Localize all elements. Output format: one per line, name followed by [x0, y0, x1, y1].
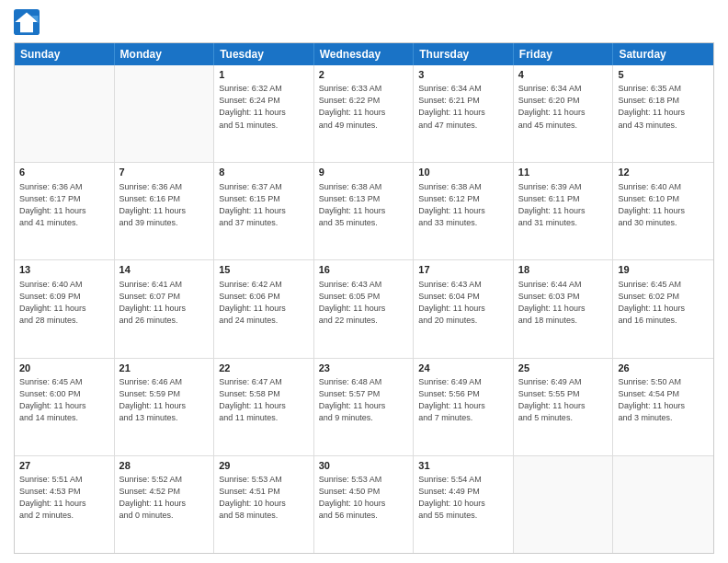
day-detail: Sunrise: 6:46 AM Sunset: 5:59 PM Dayligh… — [119, 376, 210, 424]
day-cell-6: 6Sunrise: 6:36 AM Sunset: 6:17 PM Daylig… — [15, 163, 115, 259]
day-detail: Sunrise: 6:49 AM Sunset: 5:55 PM Dayligh… — [518, 376, 609, 424]
day-number: 28 — [119, 459, 210, 473]
day-number: 14 — [119, 263, 210, 277]
day-detail: Sunrise: 6:49 AM Sunset: 5:56 PM Dayligh… — [418, 376, 508, 424]
day-cell-27: 27Sunrise: 5:51 AM Sunset: 4:53 PM Dayli… — [15, 456, 115, 553]
day-cell-21: 21Sunrise: 6:46 AM Sunset: 5:59 PM Dayli… — [115, 359, 215, 455]
empty-cell — [15, 65, 115, 162]
day-detail: Sunrise: 5:53 AM Sunset: 4:51 PM Dayligh… — [219, 474, 309, 522]
header-day-monday: Monday — [115, 43, 215, 65]
day-number: 2 — [319, 68, 409, 82]
day-number: 11 — [518, 166, 609, 179]
day-number: 22 — [219, 362, 309, 375]
day-number: 31 — [418, 459, 508, 473]
day-number: 18 — [518, 263, 609, 277]
day-number: 12 — [618, 166, 709, 179]
day-number: 5 — [618, 68, 709, 82]
day-number: 20 — [19, 362, 109, 375]
calendar-body: 1Sunrise: 6:32 AM Sunset: 6:24 PM Daylig… — [15, 65, 713, 553]
day-number: 24 — [418, 362, 508, 375]
day-detail: Sunrise: 6:34 AM Sunset: 6:20 PM Dayligh… — [518, 83, 609, 131]
empty-cell — [514, 456, 614, 553]
day-cell-2: 2Sunrise: 6:33 AM Sunset: 6:22 PM Daylig… — [314, 65, 415, 162]
day-cell-11: 11Sunrise: 6:39 AM Sunset: 6:11 PM Dayli… — [514, 163, 614, 259]
day-detail: Sunrise: 6:40 AM Sunset: 6:10 PM Dayligh… — [618, 181, 709, 229]
day-cell-13: 13Sunrise: 6:40 AM Sunset: 6:09 PM Dayli… — [15, 260, 115, 357]
day-cell-9: 9Sunrise: 6:38 AM Sunset: 6:13 PM Daylig… — [314, 163, 415, 259]
day-number: 21 — [119, 362, 210, 375]
day-detail: Sunrise: 5:51 AM Sunset: 4:53 PM Dayligh… — [19, 474, 109, 522]
calendar-row-2: 6Sunrise: 6:36 AM Sunset: 6:17 PM Daylig… — [15, 163, 713, 260]
day-number: 15 — [219, 263, 309, 277]
day-detail: Sunrise: 6:36 AM Sunset: 6:16 PM Dayligh… — [119, 181, 210, 229]
day-cell-24: 24Sunrise: 6:49 AM Sunset: 5:56 PM Dayli… — [414, 359, 514, 455]
day-cell-23: 23Sunrise: 6:48 AM Sunset: 5:57 PM Dayli… — [314, 359, 415, 455]
day-cell-18: 18Sunrise: 6:44 AM Sunset: 6:03 PM Dayli… — [514, 260, 614, 357]
day-number: 13 — [19, 263, 109, 277]
day-detail: Sunrise: 6:34 AM Sunset: 6:21 PM Dayligh… — [418, 83, 508, 131]
day-cell-14: 14Sunrise: 6:41 AM Sunset: 6:07 PM Dayli… — [115, 260, 215, 357]
day-detail: Sunrise: 6:32 AM Sunset: 6:24 PM Dayligh… — [219, 83, 309, 131]
day-detail: Sunrise: 6:45 AM Sunset: 6:00 PM Dayligh… — [19, 376, 109, 424]
empty-cell — [613, 456, 713, 553]
day-detail: Sunrise: 5:53 AM Sunset: 4:50 PM Dayligh… — [319, 474, 409, 522]
day-number: 17 — [418, 263, 508, 277]
day-detail: Sunrise: 6:39 AM Sunset: 6:11 PM Dayligh… — [518, 181, 609, 229]
calendar-grid: SundayMondayTuesdayWednesdayThursdayFrid… — [14, 42, 714, 554]
day-number: 7 — [119, 166, 210, 179]
day-cell-28: 28Sunrise: 5:52 AM Sunset: 4:52 PM Dayli… — [115, 456, 215, 553]
day-cell-12: 12Sunrise: 6:40 AM Sunset: 6:10 PM Dayli… — [613, 163, 713, 259]
day-cell-7: 7Sunrise: 6:36 AM Sunset: 6:16 PM Daylig… — [115, 163, 215, 259]
page-header — [14, 9, 714, 35]
logo — [14, 9, 43, 35]
header-day-friday: Friday — [514, 43, 614, 65]
header-day-wednesday: Wednesday — [314, 43, 415, 65]
calendar-row-1: 1Sunrise: 6:32 AM Sunset: 6:24 PM Daylig… — [15, 65, 713, 163]
day-detail: Sunrise: 6:38 AM Sunset: 6:12 PM Dayligh… — [418, 181, 508, 229]
header-day-tuesday: Tuesday — [214, 43, 314, 65]
day-number: 16 — [319, 263, 409, 277]
calendar-row-3: 13Sunrise: 6:40 AM Sunset: 6:09 PM Dayli… — [15, 260, 713, 358]
day-number: 25 — [518, 362, 609, 375]
day-cell-19: 19Sunrise: 6:45 AM Sunset: 6:02 PM Dayli… — [613, 260, 713, 357]
day-cell-22: 22Sunrise: 6:47 AM Sunset: 5:58 PM Dayli… — [214, 359, 314, 455]
day-detail: Sunrise: 6:45 AM Sunset: 6:02 PM Dayligh… — [618, 279, 709, 327]
day-detail: Sunrise: 6:47 AM Sunset: 5:58 PM Dayligh… — [219, 376, 309, 424]
day-number: 8 — [219, 166, 309, 179]
day-cell-16: 16Sunrise: 6:43 AM Sunset: 6:05 PM Dayli… — [314, 260, 415, 357]
day-number: 29 — [219, 459, 309, 473]
day-detail: Sunrise: 6:43 AM Sunset: 6:05 PM Dayligh… — [319, 279, 409, 327]
day-number: 27 — [19, 459, 109, 473]
day-cell-4: 4Sunrise: 6:34 AM Sunset: 6:20 PM Daylig… — [514, 65, 614, 162]
day-cell-3: 3Sunrise: 6:34 AM Sunset: 6:21 PM Daylig… — [414, 65, 514, 162]
day-detail: Sunrise: 6:36 AM Sunset: 6:17 PM Dayligh… — [19, 181, 109, 229]
day-detail: Sunrise: 6:41 AM Sunset: 6:07 PM Dayligh… — [119, 279, 210, 327]
day-number: 30 — [319, 459, 409, 473]
day-cell-8: 8Sunrise: 6:37 AM Sunset: 6:15 PM Daylig… — [214, 163, 314, 259]
header-day-saturday: Saturday — [613, 43, 713, 65]
day-number: 23 — [319, 362, 409, 375]
day-detail: Sunrise: 6:37 AM Sunset: 6:15 PM Dayligh… — [219, 181, 309, 229]
day-cell-17: 17Sunrise: 6:43 AM Sunset: 6:04 PM Dayli… — [414, 260, 514, 357]
empty-cell — [115, 65, 215, 162]
day-number: 9 — [319, 166, 409, 179]
day-cell-1: 1Sunrise: 6:32 AM Sunset: 6:24 PM Daylig… — [214, 65, 314, 162]
day-detail: Sunrise: 6:35 AM Sunset: 6:18 PM Dayligh… — [618, 83, 709, 131]
day-detail: Sunrise: 5:50 AM Sunset: 4:54 PM Dayligh… — [618, 376, 709, 424]
day-cell-15: 15Sunrise: 6:42 AM Sunset: 6:06 PM Dayli… — [214, 260, 314, 357]
day-detail: Sunrise: 5:54 AM Sunset: 4:49 PM Dayligh… — [418, 474, 508, 522]
day-cell-30: 30Sunrise: 5:53 AM Sunset: 4:50 PM Dayli… — [314, 456, 415, 553]
day-number: 6 — [19, 166, 109, 179]
day-cell-29: 29Sunrise: 5:53 AM Sunset: 4:51 PM Dayli… — [214, 456, 314, 553]
header-day-sunday: Sunday — [15, 43, 115, 65]
logo-icon — [14, 9, 40, 35]
day-detail: Sunrise: 6:44 AM Sunset: 6:03 PM Dayligh… — [518, 279, 609, 327]
calendar-row-4: 20Sunrise: 6:45 AM Sunset: 6:00 PM Dayli… — [15, 359, 713, 456]
day-detail: Sunrise: 6:42 AM Sunset: 6:06 PM Dayligh… — [219, 279, 309, 327]
day-number: 10 — [418, 166, 508, 179]
day-cell-10: 10Sunrise: 6:38 AM Sunset: 6:12 PM Dayli… — [414, 163, 514, 259]
day-cell-31: 31Sunrise: 5:54 AM Sunset: 4:49 PM Dayli… — [414, 456, 514, 553]
day-number: 26 — [618, 362, 709, 375]
day-detail: Sunrise: 6:43 AM Sunset: 6:04 PM Dayligh… — [418, 279, 508, 327]
calendar-row-5: 27Sunrise: 5:51 AM Sunset: 4:53 PM Dayli… — [15, 456, 713, 553]
